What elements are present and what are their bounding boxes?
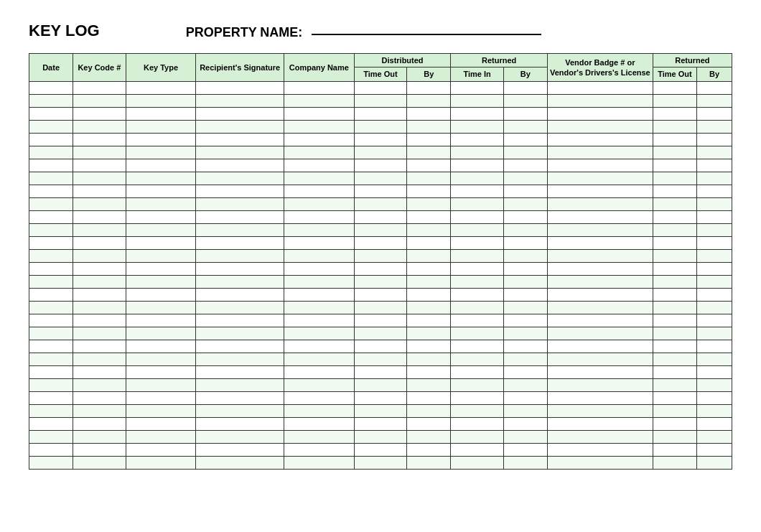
- table-cell: [29, 120, 73, 133]
- table-cell: [284, 197, 354, 210]
- table-cell: [29, 172, 73, 185]
- table-cell: [407, 210, 451, 223]
- table-cell: [407, 236, 451, 249]
- table-cell: [29, 353, 73, 365]
- table-cell: [354, 120, 406, 133]
- table-cell: [653, 456, 696, 469]
- table-cell: [73, 430, 126, 443]
- table-cell: [407, 378, 451, 391]
- table-cell: [696, 94, 732, 107]
- table-cell: [196, 197, 284, 210]
- table-cell: [653, 185, 696, 197]
- table-cell: [196, 288, 284, 301]
- table-cell: [653, 107, 696, 120]
- table-cell: [126, 456, 196, 469]
- table-row: [29, 262, 732, 275]
- table-cell: [653, 249, 696, 262]
- table-cell: [547, 146, 653, 159]
- table-cell: [653, 223, 696, 236]
- table-cell: [354, 133, 406, 146]
- table-cell: [653, 81, 696, 94]
- table-cell: [696, 314, 732, 327]
- table-cell: [73, 353, 126, 365]
- table-cell: [73, 404, 126, 417]
- table-row: [29, 133, 732, 146]
- table-cell: [407, 417, 451, 430]
- table-cell: [503, 223, 547, 236]
- col-header-ret-timein: Time In: [451, 67, 503, 81]
- table-cell: [547, 456, 653, 469]
- table-cell: [196, 404, 284, 417]
- table-cell: [451, 172, 503, 185]
- table-cell: [126, 120, 196, 133]
- table-cell: [126, 288, 196, 301]
- table-cell: [407, 314, 451, 327]
- table-cell: [653, 146, 696, 159]
- table-cell: [407, 365, 451, 378]
- table-cell: [284, 146, 354, 159]
- table-cell: [73, 262, 126, 275]
- table-cell: [503, 443, 547, 456]
- table-cell: [547, 94, 653, 107]
- table-cell: [73, 327, 126, 340]
- table-cell: [196, 120, 284, 133]
- table-row: [29, 340, 732, 353]
- table-cell: [126, 172, 196, 185]
- col-header-distributed: Distributed: [354, 54, 451, 67]
- table-cell: [196, 146, 284, 159]
- table-cell: [547, 81, 653, 94]
- table-row: [29, 327, 732, 340]
- table-cell: [196, 443, 284, 456]
- table-cell: [126, 210, 196, 223]
- table-cell: [696, 456, 732, 469]
- table-cell: [653, 378, 696, 391]
- table-cell: [451, 81, 503, 94]
- table-cell: [284, 301, 354, 314]
- table-cell: [696, 223, 732, 236]
- table-cell: [354, 327, 406, 340]
- table-cell: [503, 236, 547, 249]
- table-cell: [354, 223, 406, 236]
- table-cell: [503, 185, 547, 197]
- table-cell: [503, 430, 547, 443]
- table-cell: [503, 417, 547, 430]
- table-cell: [196, 391, 284, 404]
- table-cell: [503, 197, 547, 210]
- table-cell: [73, 443, 126, 456]
- table-cell: [696, 159, 732, 172]
- table-cell: [73, 314, 126, 327]
- table-cell: [547, 262, 653, 275]
- table-cell: [547, 353, 653, 365]
- table-cell: [284, 314, 354, 327]
- table-cell: [29, 391, 73, 404]
- table-cell: [126, 197, 196, 210]
- table-cell: [547, 340, 653, 353]
- table-cell: [503, 314, 547, 327]
- table-cell: [653, 94, 696, 107]
- table-cell: [126, 314, 196, 327]
- table-cell: [29, 365, 73, 378]
- table-cell: [653, 365, 696, 378]
- table-cell: [451, 365, 503, 378]
- table-cell: [354, 94, 406, 107]
- table-cell: [126, 391, 196, 404]
- table-row: [29, 146, 732, 159]
- table-cell: [407, 288, 451, 301]
- table-cell: [29, 94, 73, 107]
- table-cell: [354, 365, 406, 378]
- table-cell: [196, 210, 284, 223]
- table-cell: [284, 378, 354, 391]
- table-cell: [407, 185, 451, 197]
- table-cell: [407, 275, 451, 288]
- table-cell: [407, 146, 451, 159]
- table-cell: [284, 275, 354, 288]
- table-cell: [196, 314, 284, 327]
- table-cell: [284, 288, 354, 301]
- table-cell: [451, 120, 503, 133]
- table-cell: [73, 236, 126, 249]
- table-cell: [653, 288, 696, 301]
- table-cell: [451, 327, 503, 340]
- table-cell: [407, 107, 451, 120]
- table-row: [29, 172, 732, 185]
- table-cell: [696, 262, 732, 275]
